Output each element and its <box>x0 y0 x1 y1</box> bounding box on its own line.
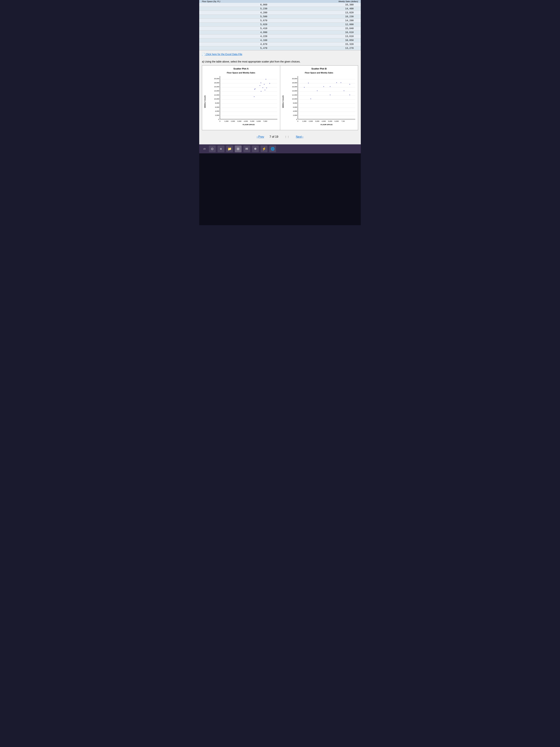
sales-cell: 13,610 <box>273 34 361 38</box>
svg-text:12,000: 12,000 <box>292 94 297 96</box>
svg-text:0: 0 <box>296 119 297 120</box>
taskbar-edge[interactable]: 🌐 <box>269 146 276 152</box>
plot-a-wrapper: WEEKLY SALES 0 2,000 4,000 6,000 <box>204 75 278 129</box>
svg-text:0: 0 <box>219 120 220 122</box>
floor-cell: 5,020 <box>199 23 273 27</box>
taskbar: ch ⊙ ≡ 📁 ⊞ ✉ ❄ ⚡ 🌐 <box>199 145 361 153</box>
page-info: 7 of 19 <box>270 135 278 139</box>
sales-cell: 15,320 <box>273 42 361 46</box>
svg-text:+: + <box>264 89 265 91</box>
svg-text:+: + <box>349 94 350 96</box>
table-row: 5,670 14,200 <box>199 19 361 23</box>
svg-text:5,000: 5,000 <box>328 120 332 122</box>
svg-text:+: + <box>329 85 330 87</box>
table-row: 5,020 12,800 <box>199 23 361 27</box>
svg-text:6,000: 6,000 <box>215 106 219 108</box>
svg-text:+: + <box>262 86 263 89</box>
svg-text:+: + <box>259 84 260 86</box>
svg-text:+: + <box>269 82 270 84</box>
svg-text:4,000: 4,000 <box>244 120 248 122</box>
svg-text:+: + <box>261 90 262 92</box>
svg-text:6,000: 6,000 <box>293 106 297 108</box>
svg-text:8,000: 8,000 <box>215 102 219 104</box>
floor-cell: 5,410 <box>199 27 273 30</box>
svg-text:10,000: 10,000 <box>292 98 297 100</box>
svg-text:18,000: 18,000 <box>214 82 219 84</box>
prev-arrow-icon: ‹ <box>257 135 258 138</box>
grid-icon[interactable]: ⋮⋮ <box>285 135 290 139</box>
taskbar-mail[interactable]: ✉ <box>243 146 250 152</box>
svg-text:+: + <box>254 96 255 98</box>
plot-a-area: 0 2,000 4,000 6,000 8,000 10,000 12,000 … <box>207 75 278 129</box>
svg-text:1,000: 1,000 <box>302 120 306 122</box>
taskbar-taskview[interactable]: ≡ <box>217 146 224 152</box>
taskbar-dropbox[interactable]: ❄ <box>252 146 259 152</box>
next-button[interactable]: Next › <box>296 135 303 138</box>
plot-b-title: Scatter Plot B <box>282 67 357 71</box>
svg-text:+: + <box>329 94 330 96</box>
sales-cell: 10,050 <box>273 38 361 42</box>
sales-cell: 18,230 <box>273 15 361 19</box>
svg-text:6,000: 6,000 <box>335 120 339 122</box>
svg-text:1,000: 1,000 <box>224 120 228 122</box>
sales-cell: 13,820 <box>273 11 361 15</box>
dark-bottom <box>199 153 361 225</box>
floor-cell: 4,870 <box>199 42 273 46</box>
plot-b-wrapper: WEEKLY SALES 0 2,000 4,000 6,000 <box>282 75 357 129</box>
svg-text:14,000: 14,000 <box>292 90 297 92</box>
svg-text:FLOOR SPACE: FLOOR SPACE <box>242 124 255 126</box>
svg-text:+: + <box>266 87 267 89</box>
svg-text:+: + <box>264 83 265 85</box>
search-text: ch <box>202 147 207 151</box>
svg-text:4,000: 4,000 <box>322 120 326 122</box>
plot-a-title: Scatter Plot A <box>204 67 278 71</box>
data-table-section: 6,060 16,380 5,230 14,400 4,280 13,820 5… <box>199 3 361 50</box>
sales-cell: 14,400 <box>273 7 361 11</box>
table-row: 4,870 15,320 <box>199 42 361 46</box>
excel-link-section: 📄 Click here for the Excel Data File <box>199 50 361 58</box>
plot-b-area: 0 2,000 4,000 6,000 8,000 10,000 12,000 … <box>285 75 356 129</box>
svg-text:FLOOR SPACE: FLOOR SPACE <box>321 124 332 126</box>
svg-text:+: + <box>265 78 266 80</box>
floor-cell: 4,220 <box>199 34 273 38</box>
excel-link[interactable]: 📄 Click here for the Excel Data File <box>202 53 242 56</box>
prev-button[interactable]: ‹ Prev <box>257 135 264 138</box>
svg-text:16,000: 16,000 <box>292 86 297 87</box>
floor-cell: 5,230 <box>199 7 273 11</box>
plot-a-chart-title: Floor Space and Weekly Sales <box>204 71 278 74</box>
table-row: 6,060 16,380 <box>199 3 361 7</box>
svg-text:+: + <box>323 85 324 87</box>
taskbar-search[interactable]: ⊙ <box>209 146 216 152</box>
svg-text:5,000: 5,000 <box>250 120 254 122</box>
sales-cell: 12,800 <box>273 23 361 27</box>
svg-text:+: + <box>336 81 337 84</box>
plot-b-svg: 0 2,000 4,000 6,000 8,000 10,000 12,000 … <box>285 75 356 128</box>
svg-text:10,000: 10,000 <box>214 98 219 100</box>
floor-cell: 6,060 <box>199 3 273 7</box>
svg-text:7,000: 7,000 <box>263 120 267 122</box>
svg-text:4,000: 4,000 <box>293 110 297 112</box>
svg-text:8,000: 8,000 <box>293 102 297 104</box>
taskbar-lightning[interactable]: ⚡ <box>261 146 267 152</box>
scatter-plot-a: Scatter Plot A Floor Space and Weekly Sa… <box>202 66 280 130</box>
svg-text:+: + <box>310 98 311 100</box>
svg-text:0: 0 <box>218 119 219 120</box>
sales-cell: 16,380 <box>273 3 361 7</box>
taskbar-apps[interactable]: ⊞ <box>235 146 242 152</box>
svg-text:18,000: 18,000 <box>292 82 297 84</box>
svg-text:+: + <box>344 89 345 92</box>
sales-cell: 16,610 <box>273 30 361 34</box>
svg-text:7,00: 7,00 <box>341 120 345 122</box>
plot-b-chart-title: Floor Space and Weekly Sales <box>282 71 357 74</box>
svg-text:20,000: 20,000 <box>214 78 219 80</box>
svg-text:3,000: 3,000 <box>315 120 319 122</box>
taskbar-files[interactable]: 📁 <box>226 146 233 152</box>
next-label: Next <box>296 135 302 138</box>
sales-cell: 15,840 <box>273 27 361 30</box>
svg-text:+: + <box>317 89 318 92</box>
svg-text:+: + <box>260 82 261 84</box>
svg-text:2,000: 2,000 <box>231 120 235 122</box>
table-row: 4,220 13,610 <box>199 34 361 38</box>
svg-text:+: + <box>340 81 341 84</box>
floor-cell: 4,160 <box>199 38 273 42</box>
